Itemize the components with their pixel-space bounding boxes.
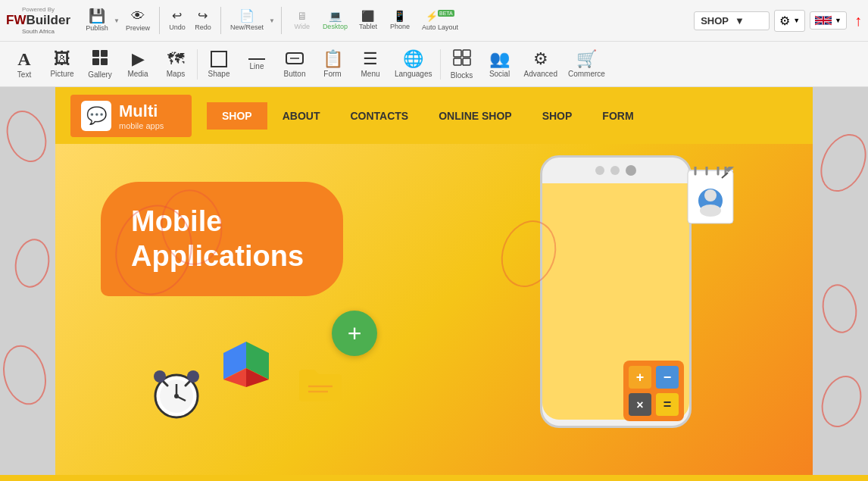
undo-label: Undo [169, 23, 186, 31]
desktop-button[interactable]: 💻 Desktop [320, 4, 351, 37]
languages-icon: 🌐 [403, 51, 423, 67]
svg-point-34 [704, 189, 717, 201]
nav-shop[interactable]: SHOP [207, 102, 267, 130]
nav-about[interactable]: ABOUT [267, 102, 336, 130]
nav-form[interactable]: FORM [587, 102, 648, 130]
phone-button[interactable]: 📱 Phone [386, 4, 414, 37]
text-tool[interactable]: A Text [6, 44, 42, 85]
phone-dot1 [595, 166, 604, 175]
language-button[interactable]: ▼ [810, 11, 847, 30]
undo-icon: ↩ [172, 10, 182, 22]
nav-online-shop[interactable]: ONLINE SHOP [423, 102, 526, 130]
new-reset-arrow[interactable]: ▼ [269, 17, 275, 24]
svg-rect-9 [454, 58, 461, 65]
picture-tool[interactable]: 🖼 Picture [44, 44, 80, 85]
redo-icon: ↪ [198, 10, 208, 22]
advanced-label: Advanced [524, 70, 557, 78]
settings-button[interactable]: ⚙ ▼ [774, 10, 805, 32]
deco-oval-left-mid [11, 236, 54, 291]
app-logo: Powered By FWBuilder South Africa [6, 6, 70, 35]
phone-dot2 [610, 166, 620, 175]
languages-tool[interactable]: 🌐 Languages [390, 44, 437, 85]
deco-oval-left-bot [0, 340, 52, 410]
gallery-tool[interactable]: Gallery [82, 44, 118, 85]
wide-icon: 🖥 [297, 11, 308, 21]
svg-rect-7 [454, 50, 461, 57]
maps-label: Maps [167, 70, 185, 78]
publish-icon: 💾 [89, 9, 105, 23]
folder-deco [298, 364, 343, 413]
logo-sub-text: South Africa [22, 28, 55, 35]
top-toolbar: Powered By FWBuilder South Africa 💾 Publ… [0, 0, 868, 42]
new-reset-icon: 📄 [239, 10, 254, 22]
menu-tool[interactable]: ☰ Menu [352, 44, 389, 85]
text-label: Text [17, 70, 31, 79]
blocks-tool[interactable]: Blocks [444, 44, 480, 85]
sep2 [220, 7, 221, 34]
deco-oval-right-top [812, 126, 868, 199]
topbar-right: SHOP ▼ ⚙ ▼ ▼ ↑ [694, 10, 862, 32]
svg-rect-8 [463, 50, 470, 57]
auto-layout-button[interactable]: ⚡BETA Auto Layout [417, 4, 463, 37]
text-icon: A [17, 50, 30, 68]
calculator-widget: + − × = [620, 357, 688, 428]
media-tool[interactable]: ▶ Media [120, 44, 156, 85]
tablet-label: Tablet [359, 23, 377, 30]
advanced-tool[interactable]: ⚙ Advanced [520, 44, 562, 85]
nav-shop2[interactable]: SHOP [527, 102, 588, 130]
svg-text:×: × [636, 398, 643, 411]
publish-button[interactable]: 💾 Publish [83, 4, 111, 37]
languages-label: Languages [395, 70, 432, 78]
social-tool[interactable]: 👥 Social [482, 44, 518, 85]
site-header: 💬 Multi mobile apps SHOP ABOUT CONTACTS … [55, 87, 813, 144]
blocks-icon [453, 49, 471, 69]
button-icon [286, 51, 304, 67]
preview-button[interactable]: 👁 Preview [123, 4, 153, 37]
svg-point-15 [174, 394, 179, 398]
maps-icon: 🗺 [167, 51, 184, 67]
social-label: Social [489, 70, 510, 78]
shape-tool[interactable]: Shape [201, 44, 237, 85]
site-logo-main: Multi [119, 102, 164, 121]
deco-oval-right-mid [819, 282, 861, 336]
form-label: Form [323, 70, 341, 78]
bottom-bar [0, 475, 868, 481]
publish-arrow[interactable]: ▼ [114, 17, 120, 24]
menu-icon: ☰ [363, 51, 378, 67]
button-tool[interactable]: Button [276, 44, 313, 85]
tablet-icon: ⬛ [361, 11, 374, 21]
line-tool[interactable]: Line [239, 44, 275, 85]
nav-contacts[interactable]: CONTACTS [335, 102, 423, 130]
sep3 [281, 7, 282, 34]
svg-point-35 [700, 205, 721, 217]
site-logo-text: Multi mobile apps [119, 102, 164, 130]
deco-oval-top-left [0, 105, 53, 168]
uk-flag-icon [815, 15, 832, 26]
gallery-icon [92, 49, 108, 68]
undo-button[interactable]: ↩ Undo [166, 4, 189, 37]
form-tool[interactable]: 📋 Form [314, 44, 351, 85]
shop-dropdown[interactable]: SHOP ▼ [694, 11, 770, 30]
tablet-button[interactable]: ⬛ Tablet [354, 4, 382, 37]
svg-rect-2 [101, 50, 108, 57]
auto-layout-icon: ⚡BETA [426, 11, 454, 22]
redo-button[interactable]: ↪ Redo [192, 4, 214, 37]
deco-oval-right-bot [815, 370, 868, 433]
site-logo: 💬 Multi mobile apps [70, 95, 192, 137]
wide-button[interactable]: 🖥 Wide [288, 4, 317, 37]
commerce-tool[interactable]: 🛒 Commerce [564, 44, 610, 85]
add-button[interactable]: + [332, 311, 377, 356]
line-label: Line [250, 62, 264, 70]
plus-icon: + [348, 321, 362, 345]
svg-rect-3 [92, 58, 99, 65]
new-reset-button[interactable]: 📄 New/Reset [227, 4, 267, 37]
svg-point-18 [154, 370, 166, 383]
notebook-deco [684, 167, 737, 230]
picture-label: Picture [50, 70, 73, 78]
preview-icon: 👁 [131, 9, 145, 23]
website-preview: 💬 Multi mobile apps SHOP ABOUT CONTACTS … [55, 87, 813, 481]
phone-label: Phone [390, 23, 410, 30]
maps-tool[interactable]: 🗺 Maps [158, 44, 194, 85]
menu-label: Menu [361, 70, 379, 78]
tool-sep2 [440, 49, 441, 80]
